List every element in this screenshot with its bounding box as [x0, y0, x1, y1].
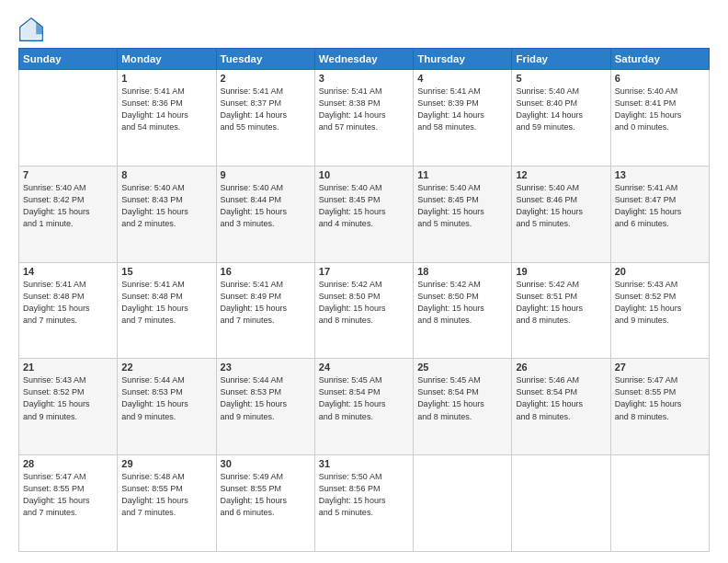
- day-info: Sunrise: 5:44 AM Sunset: 8:53 PM Dayligh…: [121, 374, 211, 422]
- day-number: 15: [121, 266, 211, 277]
- day-info: Sunrise: 5:43 AM Sunset: 8:52 PM Dayligh…: [615, 279, 705, 327]
- calendar-cell: [414, 455, 512, 552]
- day-info: Sunrise: 5:40 AM Sunset: 8:43 PM Dayligh…: [121, 182, 211, 230]
- day-number: 4: [417, 73, 507, 84]
- day-info: Sunrise: 5:41 AM Sunset: 8:39 PM Dayligh…: [417, 86, 507, 133]
- calendar-cell: 4Sunrise: 5:41 AM Sunset: 8:39 PM Daylig…: [414, 70, 512, 167]
- day-number: 19: [516, 266, 606, 277]
- day-number: 13: [615, 169, 705, 180]
- day-info: Sunrise: 5:49 AM Sunset: 8:55 PM Dayligh…: [221, 471, 311, 519]
- calendar-cell: 23Sunrise: 5:44 AM Sunset: 8:53 PM Dayli…: [216, 359, 314, 455]
- calendar-cell: 5Sunrise: 5:40 AM Sunset: 8:40 PM Daylig…: [512, 70, 610, 167]
- day-number: 25: [417, 362, 507, 373]
- calendar-cell: 15Sunrise: 5:41 AM Sunset: 8:48 PM Dayli…: [118, 262, 216, 359]
- day-info: Sunrise: 5:50 AM Sunset: 8:56 PM Dayligh…: [319, 471, 409, 519]
- day-info: Sunrise: 5:41 AM Sunset: 8:36 PM Dayligh…: [121, 86, 211, 133]
- day-info: Sunrise: 5:42 AM Sunset: 8:50 PM Dayligh…: [319, 279, 409, 327]
- day-number: 7: [23, 169, 113, 180]
- calendar-cell: 20Sunrise: 5:43 AM Sunset: 8:52 PM Dayli…: [610, 262, 709, 359]
- day-number: 5: [516, 73, 606, 84]
- calendar-cell: 2Sunrise: 5:41 AM Sunset: 8:37 PM Daylig…: [216, 70, 314, 167]
- day-number: 17: [319, 266, 409, 277]
- calendar-cell: 26Sunrise: 5:46 AM Sunset: 8:54 PM Dayli…: [512, 359, 610, 455]
- day-header-sunday: Sunday: [19, 49, 118, 70]
- day-header-saturday: Saturday: [610, 49, 709, 70]
- calendar-cell: [19, 70, 118, 167]
- calendar-cell: 6Sunrise: 5:40 AM Sunset: 8:41 PM Daylig…: [610, 70, 709, 167]
- day-info: Sunrise: 5:40 AM Sunset: 8:45 PM Dayligh…: [319, 182, 409, 230]
- week-row-2: 7Sunrise: 5:40 AM Sunset: 8:42 PM Daylig…: [19, 166, 710, 262]
- calendar-cell: 24Sunrise: 5:45 AM Sunset: 8:54 PM Dayli…: [314, 359, 413, 455]
- week-row-4: 21Sunrise: 5:43 AM Sunset: 8:52 PM Dayli…: [19, 359, 710, 455]
- day-info: Sunrise: 5:43 AM Sunset: 8:52 PM Dayligh…: [23, 374, 113, 422]
- header: [18, 17, 710, 42]
- logo-icon: [18, 17, 44, 42]
- day-number: 22: [121, 362, 211, 373]
- day-info: Sunrise: 5:45 AM Sunset: 8:54 PM Dayligh…: [417, 374, 507, 422]
- day-header-wednesday: Wednesday: [314, 49, 413, 70]
- page: SundayMondayTuesdayWednesdayThursdayFrid…: [0, 0, 728, 563]
- day-number: 3: [319, 73, 409, 84]
- day-number: 24: [319, 362, 409, 373]
- day-number: 28: [23, 458, 113, 469]
- calendar-cell: 8Sunrise: 5:40 AM Sunset: 8:43 PM Daylig…: [118, 166, 216, 262]
- day-header-monday: Monday: [118, 49, 216, 70]
- week-row-3: 14Sunrise: 5:41 AM Sunset: 8:48 PM Dayli…: [19, 262, 710, 359]
- day-number: 18: [417, 266, 507, 277]
- calendar-cell: 19Sunrise: 5:42 AM Sunset: 8:51 PM Dayli…: [512, 262, 610, 359]
- header-row: SundayMondayTuesdayWednesdayThursdayFrid…: [19, 49, 710, 70]
- day-info: Sunrise: 5:41 AM Sunset: 8:47 PM Dayligh…: [615, 182, 705, 230]
- day-number: 27: [615, 362, 705, 373]
- calendar-cell: 14Sunrise: 5:41 AM Sunset: 8:48 PM Dayli…: [19, 262, 118, 359]
- calendar-cell: 16Sunrise: 5:41 AM Sunset: 8:49 PM Dayli…: [216, 262, 314, 359]
- calendar-cell: 3Sunrise: 5:41 AM Sunset: 8:38 PM Daylig…: [314, 70, 413, 167]
- week-row-1: 1Sunrise: 5:41 AM Sunset: 8:36 PM Daylig…: [19, 70, 710, 167]
- calendar-cell: 9Sunrise: 5:40 AM Sunset: 8:44 PM Daylig…: [216, 166, 314, 262]
- day-info: Sunrise: 5:40 AM Sunset: 8:45 PM Dayligh…: [417, 182, 507, 230]
- day-number: 6: [615, 73, 705, 84]
- day-header-friday: Friday: [512, 49, 610, 70]
- day-info: Sunrise: 5:40 AM Sunset: 8:44 PM Dayligh…: [221, 182, 311, 230]
- day-number: 31: [319, 458, 409, 469]
- day-number: 10: [319, 169, 409, 180]
- calendar-cell: 21Sunrise: 5:43 AM Sunset: 8:52 PM Dayli…: [19, 359, 118, 455]
- day-header-thursday: Thursday: [414, 49, 512, 70]
- day-number: 20: [615, 266, 705, 277]
- calendar-cell: 11Sunrise: 5:40 AM Sunset: 8:45 PM Dayli…: [414, 166, 512, 262]
- day-info: Sunrise: 5:40 AM Sunset: 8:40 PM Dayligh…: [516, 86, 606, 133]
- logo: [18, 17, 48, 42]
- day-number: 2: [221, 73, 311, 84]
- day-info: Sunrise: 5:41 AM Sunset: 8:37 PM Dayligh…: [221, 86, 311, 133]
- day-number: 8: [121, 169, 211, 180]
- calendar-cell: [610, 455, 709, 552]
- day-info: Sunrise: 5:46 AM Sunset: 8:54 PM Dayligh…: [516, 374, 606, 422]
- calendar-cell: [512, 455, 610, 552]
- day-number: 14: [23, 266, 113, 277]
- day-info: Sunrise: 5:45 AM Sunset: 8:54 PM Dayligh…: [319, 374, 409, 422]
- day-number: 16: [221, 266, 311, 277]
- day-number: 1: [121, 73, 211, 84]
- day-info: Sunrise: 5:47 AM Sunset: 8:55 PM Dayligh…: [23, 471, 113, 519]
- day-info: Sunrise: 5:41 AM Sunset: 8:48 PM Dayligh…: [121, 279, 211, 327]
- calendar-cell: 28Sunrise: 5:47 AM Sunset: 8:55 PM Dayli…: [19, 455, 118, 552]
- day-info: Sunrise: 5:48 AM Sunset: 8:55 PM Dayligh…: [121, 471, 211, 519]
- calendar-cell: 1Sunrise: 5:41 AM Sunset: 8:36 PM Daylig…: [118, 70, 216, 167]
- day-header-tuesday: Tuesday: [216, 49, 314, 70]
- week-row-5: 28Sunrise: 5:47 AM Sunset: 8:55 PM Dayli…: [19, 455, 710, 552]
- day-info: Sunrise: 5:40 AM Sunset: 8:41 PM Dayligh…: [615, 86, 705, 133]
- calendar-cell: 13Sunrise: 5:41 AM Sunset: 8:47 PM Dayli…: [610, 166, 709, 262]
- day-number: 12: [516, 169, 606, 180]
- calendar-cell: 30Sunrise: 5:49 AM Sunset: 8:55 PM Dayli…: [216, 455, 314, 552]
- day-info: Sunrise: 5:40 AM Sunset: 8:42 PM Dayligh…: [23, 182, 113, 230]
- calendar-cell: 29Sunrise: 5:48 AM Sunset: 8:55 PM Dayli…: [118, 455, 216, 552]
- day-info: Sunrise: 5:41 AM Sunset: 8:48 PM Dayligh…: [23, 279, 113, 327]
- calendar-cell: 12Sunrise: 5:40 AM Sunset: 8:46 PM Dayli…: [512, 166, 610, 262]
- day-number: 9: [221, 169, 311, 180]
- calendar-cell: 22Sunrise: 5:44 AM Sunset: 8:53 PM Dayli…: [118, 359, 216, 455]
- calendar-cell: 17Sunrise: 5:42 AM Sunset: 8:50 PM Dayli…: [314, 262, 413, 359]
- calendar-cell: 18Sunrise: 5:42 AM Sunset: 8:50 PM Dayli…: [414, 262, 512, 359]
- day-info: Sunrise: 5:40 AM Sunset: 8:46 PM Dayligh…: [516, 182, 606, 230]
- day-number: 21: [23, 362, 113, 373]
- day-number: 11: [417, 169, 507, 180]
- day-info: Sunrise: 5:47 AM Sunset: 8:55 PM Dayligh…: [615, 374, 705, 422]
